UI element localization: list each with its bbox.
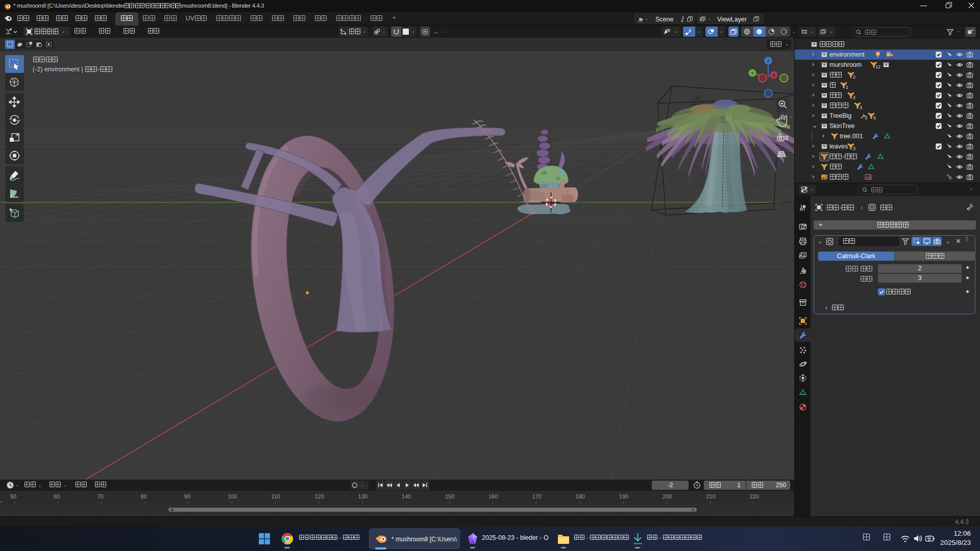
svg-text:Z: Z xyxy=(767,59,770,64)
svg-text:Y: Y xyxy=(751,71,754,76)
svg-text:‹: ‹ xyxy=(790,114,792,120)
svg-text:X: X xyxy=(772,73,775,78)
